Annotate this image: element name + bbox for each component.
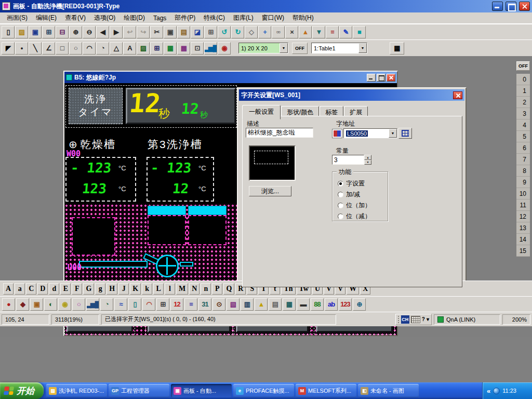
state-number[interactable]: 4 [516,119,530,131]
menu-item[interactable]: 查看(V) [61,12,89,23]
constant-input[interactable] [332,155,364,165]
menu-item[interactable]: 编辑(E) [32,12,60,23]
function-radio[interactable]: 位（减） [332,211,388,222]
menu-item[interactable]: 窗口(W) [258,12,288,23]
text-style-button[interactable]: J [118,283,129,295]
copy-icon[interactable]: ▣ [164,26,177,38]
alarm-part-icon[interactable]: ▲ [255,298,268,311]
numeric-display-icon[interactable]: 12 [170,298,183,311]
pie-tool-icon[interactable]: ◔ [96,42,109,55]
state-number[interactable]: 1 [516,85,530,97]
task-button[interactable]: ▨ 洗浄机, RED03-... [46,384,107,397]
pie-graph-icon[interactable]: ◔ [100,298,113,311]
screen-settings-icon[interactable]: ⊟ [56,26,69,38]
menu-item[interactable]: 特殊(C) [200,12,229,23]
function-radio[interactable]: 位（加） [332,200,388,211]
open-screen-icon[interactable]: ▨ [15,26,28,38]
save-icon[interactable]: ▣ [29,26,42,38]
cut-icon[interactable]: ✂ [150,26,163,38]
keypad-icon[interactable]: ⊞ [156,298,169,311]
state-off-label[interactable]: OFF [516,61,530,71]
ungroup-icon[interactable]: × [285,26,298,38]
preview-icon[interactable]: ■ [353,26,366,38]
message-display-icon[interactable]: ≡ [184,298,197,311]
grid-snap-icon[interactable]: ⊞ [204,26,217,38]
menu-item[interactable]: 图库(L) [230,12,257,23]
state-number[interactable]: 7 [516,154,530,165]
image-tool-icon[interactable]: ▦ [164,42,177,55]
window-part-icon[interactable]: ▥ [241,298,254,311]
task-button[interactable]: ▣ 画板 - 自動... [171,384,232,397]
word-switch-icon[interactable]: ◆ [16,298,29,311]
text-tool-icon[interactable]: A [123,42,136,55]
text-input-icon[interactable]: ab [325,298,338,311]
rotate-ccw-icon[interactable]: ↺ [218,26,231,38]
task-button[interactable]: M MELSOFT系列... [296,384,356,397]
function-radio[interactable]: 加/减 [332,189,388,200]
menu-item[interactable]: 帮助(H) [289,12,317,23]
state-number[interactable]: 13 [516,222,530,234]
new-screen-icon[interactable]: ▯ [2,26,15,38]
send-back-icon[interactable]: ▼ [312,26,325,38]
dialog-tab[interactable]: 一般设置 [242,105,281,119]
description-input[interactable] [246,128,313,138]
move-icon[interactable]: + [258,26,271,38]
arc-tool-icon[interactable]: ◠ [83,42,96,55]
tank-graph-icon[interactable]: ▯ [128,298,141,311]
state-number[interactable]: 6 [516,142,530,154]
mark-tool-icon[interactable]: ▩ [177,42,190,55]
zoom-out-icon[interactable]: ⊖ [83,26,96,38]
mirror-icon[interactable]: ◇ [245,26,258,38]
text-style-button[interactable]: n [201,283,211,295]
text-style-button[interactable]: P [212,283,222,295]
line-tool-icon[interactable]: ╲ [29,42,42,55]
minimize-button[interactable] [492,2,503,11]
selector-switch-icon[interactable]: ◐ [44,298,57,311]
lamp-tool-icon[interactable]: ◉ [218,42,231,55]
dialog-titlebar[interactable]: 字开关设置[WS_001] [239,89,464,101]
text-style-button[interactable]: D [37,283,48,295]
screen-maximize-button[interactable] [377,74,385,82]
keyboard-part-icon[interactable]: ▬ [297,298,310,311]
table-edit-icon[interactable]: ▦ [390,42,404,55]
screen-minimize-button[interactable] [367,74,376,82]
chevron-down-icon[interactable] [280,43,288,53]
constant-spinner[interactable]: ▲▼ [364,155,371,165]
group-icon[interactable]: ▫▫ [272,26,285,38]
meter-icon[interactable]: ◠ [142,298,155,311]
task-button[interactable]: GP 工程管理器 [109,384,169,397]
menu-item[interactable]: 部件(P) [171,12,199,23]
state-number[interactable]: 11 [516,200,530,211]
numeric-input-icon[interactable]: 88 [311,298,324,311]
function-radio[interactable]: 字设置 [332,178,388,189]
text-style-button[interactable]: g [95,283,105,295]
graph-tool-icon[interactable]: ▂▅▇ [204,42,217,55]
text-style-button[interactable]: E [60,283,71,295]
next-screen-icon[interactable]: ▶ [110,26,123,38]
zoom-in-icon[interactable]: ⊕ [69,26,82,38]
state-off-button[interactable]: OFF [292,43,308,54]
grip-icon[interactable] [398,316,400,323]
undo-icon[interactable]: ↩ [123,26,136,38]
screen-close-button[interactable] [387,74,395,82]
browse-button[interactable]: 浏览... [249,186,291,196]
function-switch-icon[interactable]: ▣ [30,298,43,311]
target-part-icon[interactable]: ⊕ [353,298,366,311]
state-number[interactable]: 12 [516,211,530,222]
address-keypad-button[interactable] [398,128,412,139]
picture-display-icon[interactable]: ▧ [227,298,240,311]
word-address-select[interactable]: LS0050 [343,128,397,138]
bring-front-icon[interactable]: ▲ [299,26,312,38]
text-style-button[interactable]: G [83,283,94,295]
grid-size-select[interactable]: 1) 20 X 20 [238,43,288,54]
state-number[interactable]: 14 [516,234,530,245]
attribute-brush-icon[interactable]: ✎ [339,26,352,38]
chevron-down-icon[interactable] [389,129,397,138]
align-icon[interactable]: ≡ [326,26,339,38]
text-style-button[interactable]: Q [223,283,234,295]
text-style-button[interactable]: d [49,283,59,295]
fill-tool-icon[interactable]: ▨ [137,42,150,55]
table-tool-icon[interactable]: ⊞ [150,42,163,55]
text-style-button[interactable]: k [142,283,152,295]
bar-graph-icon[interactable]: ▂▅▇ [86,298,99,311]
